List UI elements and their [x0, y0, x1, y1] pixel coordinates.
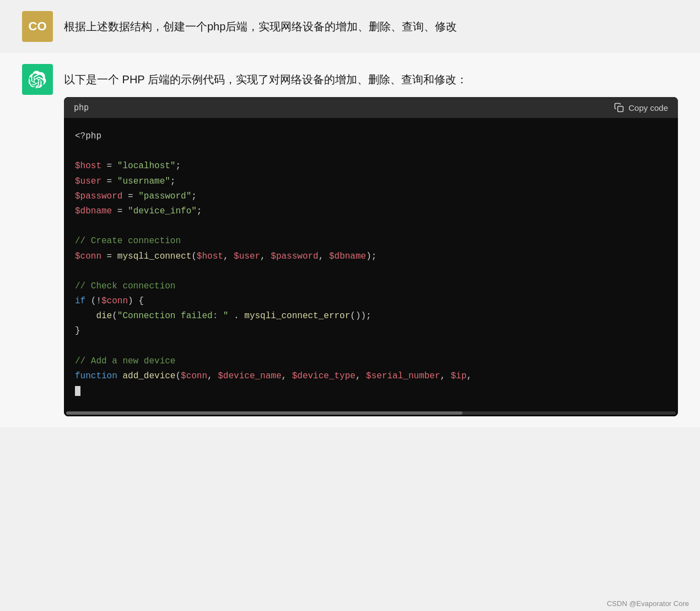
scrollbar-track [66, 411, 676, 415]
ai-intro-text: 以下是一个 PHP 后端的示例代码，实现了对网络设备的增加、删除、查询和修改： [64, 64, 678, 88]
footer: CSDN @Evaporator Core [0, 596, 700, 611]
code-content: <?php $host = "localhost"; $user = "user… [75, 129, 667, 399]
code-header: php Copy code [64, 97, 678, 118]
copy-code-button[interactable]: Copy code [614, 103, 668, 112]
chat-container: CO 根据上述数据结构，创建一个php后端，实现网络设备的增加、删除、查询、修改… [0, 0, 700, 596]
user-avatar: CO [22, 11, 53, 42]
ai-content: 以下是一个 PHP 后端的示例代码，实现了对网络设备的增加、删除、查询和修改： … [64, 64, 678, 416]
user-text: 根据上述数据结构，创建一个php后端，实现网络设备的增加、删除、查询、修改 [64, 11, 457, 35]
scrollbar-thumb [66, 411, 462, 415]
user-message: CO 根据上述数据结构，创建一个php后端，实现网络设备的增加、删除、查询、修改 [0, 0, 700, 53]
ai-message: 以下是一个 PHP 后端的示例代码，实现了对网络设备的增加、删除、查询和修改： … [0, 53, 700, 427]
copy-label: Copy code [628, 103, 668, 112]
svg-rect-0 [618, 106, 623, 112]
footer-text: CSDN @Evaporator Core [607, 599, 689, 608]
copy-icon [614, 103, 624, 112]
code-scrollbar[interactable] [64, 410, 678, 416]
code-body[interactable]: <?php $host = "localhost"; $user = "user… [64, 118, 678, 410]
code-block: php Copy code <?php $host = "localhost";… [64, 97, 678, 416]
code-language: php [74, 103, 89, 112]
ai-avatar [22, 64, 53, 95]
